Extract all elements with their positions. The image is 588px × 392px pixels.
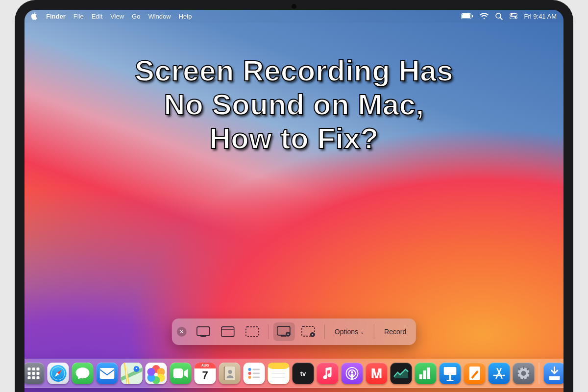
dock-calendar-icon[interactable]: AUG 7: [195, 363, 216, 384]
title-line-2: No Sound on Mac,: [49, 88, 539, 122]
wifi-icon[interactable]: [480, 13, 489, 20]
dock-podcasts-icon[interactable]: [342, 363, 363, 384]
title-line-3: How to Fix?: [49, 122, 539, 155]
svg-rect-43: [253, 369, 260, 370]
control-center-icon[interactable]: [510, 13, 517, 19]
capture-window-button[interactable]: [217, 322, 239, 341]
svg-rect-9: [197, 327, 210, 336]
dock-photos-icon[interactable]: [146, 363, 167, 384]
svg-rect-44: [253, 373, 260, 374]
menu-clock[interactable]: Fri 9:41 AM: [524, 13, 557, 20]
record-selection-button[interactable]: [298, 322, 319, 341]
options-button[interactable]: Options ⌄: [330, 328, 369, 336]
svg-rect-53: [419, 374, 422, 379]
svg-rect-45: [253, 377, 260, 378]
toolbar-separator: [324, 324, 325, 339]
dock-reminders-icon[interactable]: [244, 363, 265, 384]
laptop-bezel: Finder File Edit View Go Window Help: [15, 0, 573, 392]
svg-rect-56: [444, 367, 457, 375]
dock-facetime-icon[interactable]: [170, 363, 192, 384]
close-icon[interactable]: ✕: [177, 327, 187, 337]
menu-file[interactable]: File: [74, 13, 84, 20]
svg-point-7: [511, 14, 513, 16]
svg-rect-29: [37, 372, 40, 375]
chevron-down-icon: ⌄: [360, 329, 364, 335]
capture-selection-button[interactable]: [242, 322, 263, 341]
camera-notch: [292, 4, 296, 9]
svg-point-52: [351, 371, 353, 374]
svg-rect-58: [447, 380, 454, 381]
svg-point-61: [521, 371, 526, 376]
svg-point-20: [312, 334, 314, 336]
capture-entire-screen-button[interactable]: [193, 322, 214, 341]
dock-tv-icon[interactable]: tv: [293, 363, 314, 384]
desktop-screen: Finder File Edit View Go Window Help: [24, 10, 564, 392]
dock-downloads-icon[interactable]: [544, 363, 564, 384]
svg-rect-15: [281, 336, 286, 337]
screenshot-toolbar: ✕ Options ⌄ Record: [172, 318, 416, 345]
svg-rect-32: [37, 376, 40, 379]
svg-rect-55: [427, 368, 430, 379]
svg-line-69: [518, 377, 520, 379]
dock-mail-icon[interactable]: [97, 363, 118, 384]
svg-point-40: [248, 368, 251, 371]
toolbar-separator: [374, 324, 374, 339]
dock-maps-icon[interactable]: [121, 363, 143, 384]
svg-rect-10: [201, 336, 206, 337]
dock-notes-icon[interactable]: [268, 363, 290, 384]
svg-rect-13: [246, 327, 259, 337]
apple-menu-icon[interactable]: [31, 12, 38, 20]
battery-icon[interactable]: [461, 13, 473, 19]
dock-safari-icon[interactable]: [48, 363, 69, 384]
svg-point-17: [287, 333, 289, 335]
dock-messages-icon[interactable]: [72, 363, 94, 384]
dock-numbers-icon[interactable]: [415, 363, 437, 384]
svg-line-4: [500, 18, 502, 20]
svg-rect-26: [37, 368, 40, 370]
svg-rect-36: [173, 368, 183, 378]
svg-rect-47: [268, 363, 290, 369]
article-title-overlay: Screen Recording Has No Sound on Mac, Ho…: [24, 54, 564, 155]
svg-line-66: [518, 368, 520, 370]
svg-rect-24: [28, 368, 31, 370]
svg-rect-31: [32, 376, 35, 379]
svg-rect-28: [32, 372, 35, 375]
dock-pages-icon[interactable]: [464, 363, 486, 384]
dock-keynote-icon[interactable]: [440, 363, 461, 384]
svg-line-67: [527, 377, 529, 379]
svg-rect-54: [423, 370, 426, 379]
menu-go[interactable]: Go: [132, 13, 140, 20]
menu-app-name[interactable]: Finder: [46, 13, 66, 20]
dock-music-icon[interactable]: [317, 363, 339, 384]
svg-point-42: [248, 376, 251, 379]
menu-window[interactable]: Window: [148, 13, 171, 20]
dock-separator: [539, 363, 539, 384]
svg-rect-30: [28, 376, 31, 379]
dock-appstore-icon[interactable]: [489, 363, 510, 384]
dock-contacts-icon[interactable]: [219, 363, 241, 384]
calendar-month: AUG: [195, 363, 216, 368]
svg-rect-11: [221, 327, 234, 337]
title-line-1: Screen Recording Has: [49, 54, 539, 88]
record-button[interactable]: Record: [379, 328, 411, 336]
svg-point-8: [514, 17, 516, 19]
dock-stocks-icon[interactable]: [391, 363, 412, 384]
svg-rect-33: [100, 368, 115, 379]
svg-rect-1: [462, 14, 470, 18]
dock: AUG 7 tv: [24, 359, 564, 388]
menu-edit[interactable]: Edit: [92, 13, 102, 20]
dock-launchpad-icon[interactable]: [24, 363, 45, 384]
svg-rect-57: [449, 375, 451, 380]
dock-news-icon[interactable]: [366, 363, 388, 384]
dock-system-preferences-icon[interactable]: [513, 363, 535, 384]
spotlight-icon[interactable]: [495, 13, 503, 20]
svg-rect-25: [32, 368, 35, 370]
menu-view[interactable]: View: [110, 13, 124, 20]
toolbar-separator: [268, 324, 269, 339]
record-entire-screen-button[interactable]: [273, 322, 295, 341]
menu-bar: Finder File Edit View Go Window Help: [24, 10, 564, 23]
svg-line-68: [527, 368, 529, 370]
svg-point-41: [248, 372, 251, 375]
menu-help[interactable]: Help: [179, 13, 192, 20]
svg-rect-2: [472, 15, 473, 18]
